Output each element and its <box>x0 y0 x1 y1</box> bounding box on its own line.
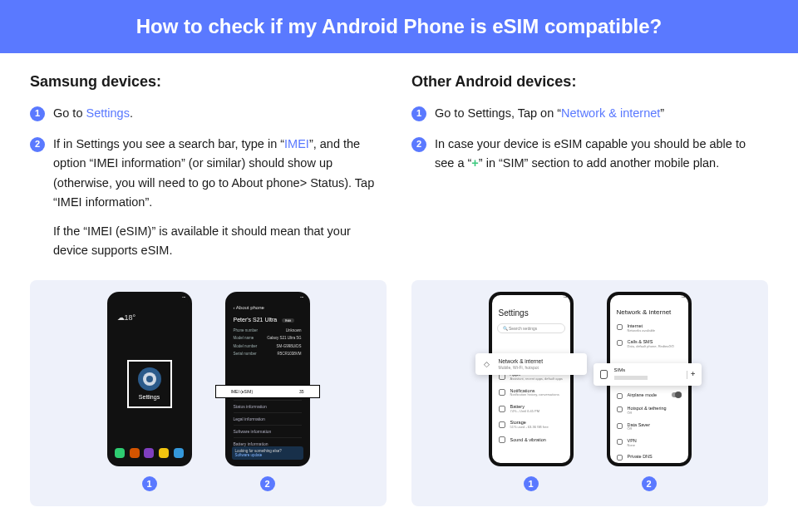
shot-caption: 1 <box>142 476 157 491</box>
text: ” <box>660 106 664 120</box>
other-shot-1: ▪▪▪ Settings 🔍 Search settings AppsAssis… <box>489 292 574 491</box>
imei-esim-callout: IMEI (eSIM) 35 <box>215 385 320 398</box>
step-bullet: 2 <box>411 137 426 152</box>
phone-mock-samsung-about: ▪▪▪ ‹ About phone Peter's S21 Ultra Edit… <box>225 292 310 466</box>
vpn-icon <box>617 439 623 445</box>
status-bar: ▪▪▪ <box>610 295 688 302</box>
storage-icon <box>499 421 505 428</box>
status-bar: ▪▪▪ <box>229 295 307 302</box>
text: . <box>130 106 133 120</box>
shot-caption: 2 <box>642 476 657 491</box>
step-bullet: 1 <box>411 106 426 121</box>
step-body: Go to Settings. <box>53 104 387 123</box>
imei-prefix: 35 <box>299 389 304 394</box>
content-columns: Samsung devices: 1 Go to Settings. 2 If … <box>0 53 798 272</box>
banner-title: How to check if my Android Phone is eSIM… <box>136 15 663 37</box>
callout-title: Network & internet <box>499 358 543 365</box>
ni-item-vpn: VPNNone <box>610 435 688 451</box>
step-note: If the “IMEI (eSIM)” is available it sho… <box>53 222 387 260</box>
settings-label: Settings <box>139 394 160 401</box>
phone-mock-samsung-home: ▪▪▪ ☁18° Settings <box>107 292 192 466</box>
network-title: Network & internet <box>610 302 688 320</box>
sound-icon <box>499 436 505 443</box>
step-body: If in Settings you see a search bar, typ… <box>53 135 387 260</box>
status-bar: ▪▪▪ <box>492 295 570 302</box>
shot-caption: 1 <box>524 476 539 491</box>
network-internet-callout: ◇ Network & internet Mobile, Wi-Fi, hots… <box>475 353 587 375</box>
about-item: Legal information <box>234 412 302 425</box>
dock-icon <box>174 448 184 458</box>
device-name: Peter's S21 Ultra Edit <box>234 317 302 323</box>
settings-link[interactable]: Settings <box>86 106 130 120</box>
weather-widget: ☁18° <box>117 313 136 323</box>
samsung-column: Samsung devices: 1 Go to Settings. 2 If … <box>30 73 387 272</box>
app-dock <box>111 448 189 458</box>
imei-label: IMEI (eSIM) <box>231 389 254 394</box>
dock-icon <box>115 448 125 458</box>
sim-icon <box>600 370 608 379</box>
settings-item-sound: Sound & vibration <box>492 433 570 446</box>
step-body: In case your device is eSIM capable you … <box>435 135 768 173</box>
ni-item-datasaver: Data SaverOff <box>610 419 688 435</box>
about-item: Status information <box>234 400 302 412</box>
sims-label: SIMs <box>614 367 680 373</box>
battery-icon <box>499 406 505 412</box>
settings-item-battery: Battery74% - Until 6:45 PM <box>492 401 570 416</box>
wifi-icon: ◇ <box>484 360 492 368</box>
other-step-2: 2 In case your device is eSIM capable yo… <box>411 135 768 173</box>
about-row: Model nameGalaxy S21 Ultra 5G <box>229 334 307 342</box>
ni-item-internet: InternetNetworks available <box>610 320 688 336</box>
about-item: Software information <box>234 425 302 437</box>
edit-button: Edit <box>282 318 294 323</box>
sims-callout: SIMs + <box>594 363 702 385</box>
dns-icon <box>617 455 623 461</box>
ni-item-hotspot: Hotspot & tetheringOff <box>610 402 688 418</box>
other-column: Other Android devices: 1 Go to Settings,… <box>411 73 768 272</box>
callout-sub: Mobile, Wi-Fi, hotspot <box>499 365 543 370</box>
sims-blurred <box>614 376 648 380</box>
text: Go to Settings, Tap on “ <box>435 106 561 120</box>
settings-item-notifications: NotificationsNotification history, conve… <box>492 385 570 401</box>
other-step-1: 1 Go to Settings, Tap on “Network & inte… <box>411 104 768 123</box>
step-bullet: 1 <box>30 106 45 121</box>
datasaver-icon <box>617 423 623 429</box>
shot-caption: 2 <box>260 476 275 491</box>
other-heading: Other Android devices: <box>411 73 768 91</box>
ni-item-calls: Calls & SMSData, default phone, RedteaGO <box>610 336 688 352</box>
wifi-icon <box>617 324 623 330</box>
about-row: Model numberSM-G998U/DS <box>229 342 307 350</box>
gear-icon <box>138 367 161 391</box>
status-bar: ▪▪▪ <box>111 295 189 302</box>
dock-icon <box>159 448 169 458</box>
about-header: ‹ About phone <box>229 302 307 314</box>
step-bullet: 2 <box>30 137 45 152</box>
phone-mock-pixel-network: ▪▪▪ Network & internet InternetNetworks … <box>607 292 692 466</box>
about-row: Phone numberUnknown <box>229 327 307 334</box>
other-gallery: ▪▪▪ Settings 🔍 Search settings AppsAssis… <box>411 280 768 506</box>
samsung-step-2: 2 If in Settings you see a search bar, t… <box>30 135 387 260</box>
text: Go to <box>53 106 86 120</box>
phone-icon <box>617 340 623 346</box>
text: If in Settings you see a search bar, typ… <box>53 137 284 150</box>
samsung-gallery: ▪▪▪ ☁18° Settings 1 <box>30 280 387 506</box>
dock-icon <box>144 448 154 458</box>
gallery-row: ▪▪▪ ☁18° Settings 1 <box>0 272 798 506</box>
network-internet-link[interactable]: Network & internet <box>561 106 660 120</box>
settings-item-storage: Storage51% used - 63.36 GB free <box>492 416 570 432</box>
search-bar: 🔍 Search settings <box>497 323 565 333</box>
bell-icon <box>499 389 505 396</box>
settings-title: Settings <box>492 302 570 322</box>
about-row: Serial numberR5CR1038VM <box>229 350 307 357</box>
settings-app-highlight: Settings <box>127 360 172 408</box>
text: ” in “SIM” section to add another mobile… <box>479 156 719 170</box>
imei-link[interactable]: IMEI <box>284 137 309 150</box>
toggle-icon <box>672 392 682 397</box>
samsung-shot-2: ▪▪▪ ‹ About phone Peter's S21 Ultra Edit… <box>225 292 310 491</box>
plus-symbol: + <box>471 156 478 170</box>
step-body: Go to Settings, Tap on “Network & intern… <box>435 104 768 123</box>
hotspot-icon <box>617 406 623 412</box>
add-sim-plus: + <box>687 371 695 379</box>
ni-item-privatedns: Private DNS <box>610 451 688 463</box>
samsung-heading: Samsung devices: <box>30 73 387 91</box>
other-shot-2: ▪▪▪ Network & internet InternetNetworks … <box>607 292 692 491</box>
